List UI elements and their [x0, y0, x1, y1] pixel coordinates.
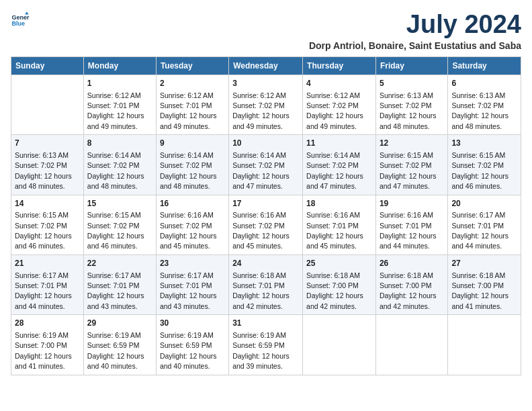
calendar-cell: 30Sunrise: 6:19 AMSunset: 6:59 PMDayligh…	[156, 315, 228, 375]
calendar-cell: 21Sunrise: 6:17 AMSunset: 7:01 PMDayligh…	[11, 255, 84, 314]
calendar-cell: 1Sunrise: 6:12 AMSunset: 7:01 PMDaylight…	[83, 75, 156, 134]
day-number: 26	[380, 258, 444, 269]
day-info: Sunrise: 6:16 AMSunset: 7:01 PMDaylight:…	[306, 211, 363, 250]
day-info: Sunrise: 6:13 AMSunset: 7:02 PMDaylight:…	[380, 91, 437, 130]
day-info: Sunrise: 6:15 AMSunset: 7:02 PMDaylight:…	[380, 151, 437, 190]
calendar-cell: 22Sunrise: 6:17 AMSunset: 7:01 PMDayligh…	[83, 255, 156, 314]
day-info: Sunrise: 6:18 AMSunset: 7:00 PMDaylight:…	[451, 271, 508, 310]
calendar-cell: 9Sunrise: 6:14 AMSunset: 7:02 PMDaylight…	[156, 135, 228, 195]
day-number: 29	[87, 318, 152, 329]
calendar-table: SundayMondayTuesdayWednesdayThursdayFrid…	[11, 56, 521, 375]
day-number: 20	[451, 198, 517, 210]
calendar-body: 1Sunrise: 6:12 AMSunset: 7:01 PMDaylight…	[11, 75, 521, 375]
day-info: Sunrise: 6:14 AMSunset: 7:02 PMDaylight:…	[87, 151, 144, 190]
day-number: 10	[232, 138, 299, 149]
day-info: Sunrise: 6:19 AMSunset: 7:00 PMDaylight:…	[15, 331, 72, 370]
calendar-week-row: 1Sunrise: 6:12 AMSunset: 7:01 PMDaylight…	[11, 75, 521, 134]
day-number: 13	[451, 138, 517, 149]
page-header: General Blue July 2024 Dorp Antriol, Bon…	[11, 11, 521, 51]
calendar-cell: 17Sunrise: 6:16 AMSunset: 7:02 PMDayligh…	[229, 195, 303, 255]
calendar-cell: 10Sunrise: 6:14 AMSunset: 7:02 PMDayligh…	[229, 135, 303, 195]
calendar-cell: 11Sunrise: 6:14 AMSunset: 7:02 PMDayligh…	[303, 135, 376, 195]
day-info: Sunrise: 6:19 AMSunset: 6:59 PMDaylight:…	[87, 331, 144, 370]
column-header-thursday: Thursday	[303, 56, 376, 75]
day-info: Sunrise: 6:12 AMSunset: 7:01 PMDaylight:…	[160, 91, 217, 130]
day-number: 22	[87, 258, 152, 269]
day-number: 11	[306, 138, 372, 149]
calendar-week-row: 7Sunrise: 6:13 AMSunset: 7:02 PMDaylight…	[11, 135, 521, 195]
calendar-cell	[375, 315, 447, 375]
calendar-cell: 5Sunrise: 6:13 AMSunset: 7:02 PMDaylight…	[375, 75, 447, 134]
calendar-cell: 18Sunrise: 6:16 AMSunset: 7:01 PMDayligh…	[303, 195, 376, 255]
day-info: Sunrise: 6:16 AMSunset: 7:02 PMDaylight:…	[160, 211, 217, 250]
day-number: 21	[15, 258, 80, 269]
column-header-sunday: Sunday	[11, 56, 84, 75]
column-header-tuesday: Tuesday	[156, 56, 228, 75]
day-number: 16	[160, 198, 225, 210]
title-block: July 2024 Dorp Antriol, Bonaire, Saint E…	[309, 11, 521, 51]
day-info: Sunrise: 6:15 AMSunset: 7:02 PMDaylight:…	[15, 211, 72, 250]
calendar-cell: 29Sunrise: 6:19 AMSunset: 6:59 PMDayligh…	[83, 315, 156, 375]
month-title: July 2024	[309, 11, 521, 39]
day-number: 5	[380, 78, 444, 89]
column-header-wednesday: Wednesday	[229, 56, 303, 75]
day-info: Sunrise: 6:14 AMSunset: 7:02 PMDaylight:…	[232, 151, 290, 190]
day-number: 25	[306, 258, 372, 269]
calendar-cell: 12Sunrise: 6:15 AMSunset: 7:02 PMDayligh…	[375, 135, 447, 195]
day-number: 17	[232, 198, 299, 210]
column-header-friday: Friday	[375, 56, 447, 75]
calendar-cell: 4Sunrise: 6:12 AMSunset: 7:02 PMDaylight…	[303, 75, 376, 134]
day-number: 18	[306, 198, 372, 210]
calendar-cell	[11, 75, 84, 134]
day-number: 27	[451, 258, 517, 269]
calendar-cell: 8Sunrise: 6:14 AMSunset: 7:02 PMDaylight…	[83, 135, 156, 195]
day-number: 4	[306, 78, 372, 89]
calendar-cell: 19Sunrise: 6:16 AMSunset: 7:01 PMDayligh…	[375, 195, 447, 255]
day-info: Sunrise: 6:17 AMSunset: 7:01 PMDaylight:…	[160, 271, 217, 310]
calendar-cell: 20Sunrise: 6:17 AMSunset: 7:01 PMDayligh…	[448, 195, 521, 255]
day-number: 24	[232, 258, 299, 269]
day-info: Sunrise: 6:16 AMSunset: 7:02 PMDaylight:…	[232, 211, 290, 250]
calendar-cell: 7Sunrise: 6:13 AMSunset: 7:02 PMDaylight…	[11, 135, 84, 195]
day-info: Sunrise: 6:13 AMSunset: 7:02 PMDaylight:…	[451, 91, 508, 130]
day-number: 8	[87, 138, 152, 149]
calendar-cell: 25Sunrise: 6:18 AMSunset: 7:00 PMDayligh…	[303, 255, 376, 314]
day-number: 12	[380, 138, 444, 149]
day-info: Sunrise: 6:17 AMSunset: 7:01 PMDaylight:…	[451, 211, 508, 250]
day-info: Sunrise: 6:18 AMSunset: 7:00 PMDaylight:…	[380, 271, 437, 310]
calendar-cell: 3Sunrise: 6:12 AMSunset: 7:02 PMDaylight…	[229, 75, 303, 134]
day-info: Sunrise: 6:18 AMSunset: 7:00 PMDaylight:…	[306, 271, 363, 310]
day-info: Sunrise: 6:18 AMSunset: 7:01 PMDaylight:…	[232, 271, 290, 310]
day-info: Sunrise: 6:12 AMSunset: 7:01 PMDaylight:…	[87, 91, 144, 130]
logo-icon: General Blue	[11, 11, 30, 30]
day-info: Sunrise: 6:19 AMSunset: 6:59 PMDaylight:…	[232, 331, 290, 370]
day-info: Sunrise: 6:12 AMSunset: 7:02 PMDaylight:…	[306, 91, 363, 130]
day-number: 6	[451, 78, 517, 89]
svg-text:General: General	[11, 14, 30, 21]
day-number: 2	[160, 78, 225, 89]
calendar-week-row: 28Sunrise: 6:19 AMSunset: 7:00 PMDayligh…	[11, 315, 521, 375]
day-info: Sunrise: 6:13 AMSunset: 7:02 PMDaylight:…	[15, 151, 72, 190]
day-number: 23	[160, 258, 225, 269]
calendar-cell: 28Sunrise: 6:19 AMSunset: 7:00 PMDayligh…	[11, 315, 84, 375]
day-info: Sunrise: 6:19 AMSunset: 6:59 PMDaylight:…	[160, 331, 217, 370]
day-number: 3	[232, 78, 299, 89]
day-info: Sunrise: 6:17 AMSunset: 7:01 PMDaylight:…	[87, 271, 144, 310]
calendar-header-row: SundayMondayTuesdayWednesdayThursdayFrid…	[11, 56, 521, 75]
calendar-cell: 27Sunrise: 6:18 AMSunset: 7:00 PMDayligh…	[448, 255, 521, 314]
day-info: Sunrise: 6:15 AMSunset: 7:02 PMDaylight:…	[451, 151, 508, 190]
day-number: 14	[15, 198, 80, 210]
day-number: 30	[160, 318, 225, 329]
svg-text:Blue: Blue	[11, 20, 25, 27]
calendar-cell: 13Sunrise: 6:15 AMSunset: 7:02 PMDayligh…	[448, 135, 521, 195]
day-number: 1	[87, 78, 152, 89]
day-number: 15	[87, 198, 152, 210]
calendar-cell: 2Sunrise: 6:12 AMSunset: 7:01 PMDaylight…	[156, 75, 228, 134]
calendar-cell: 14Sunrise: 6:15 AMSunset: 7:02 PMDayligh…	[11, 195, 84, 255]
calendar-week-row: 21Sunrise: 6:17 AMSunset: 7:01 PMDayligh…	[11, 255, 521, 314]
calendar-week-row: 14Sunrise: 6:15 AMSunset: 7:02 PMDayligh…	[11, 195, 521, 255]
calendar-cell: 24Sunrise: 6:18 AMSunset: 7:01 PMDayligh…	[229, 255, 303, 314]
location-title: Dorp Antriol, Bonaire, Saint Eustatius a…	[309, 40, 521, 51]
calendar-cell	[448, 315, 521, 375]
svg-marker-2	[25, 11, 29, 14]
